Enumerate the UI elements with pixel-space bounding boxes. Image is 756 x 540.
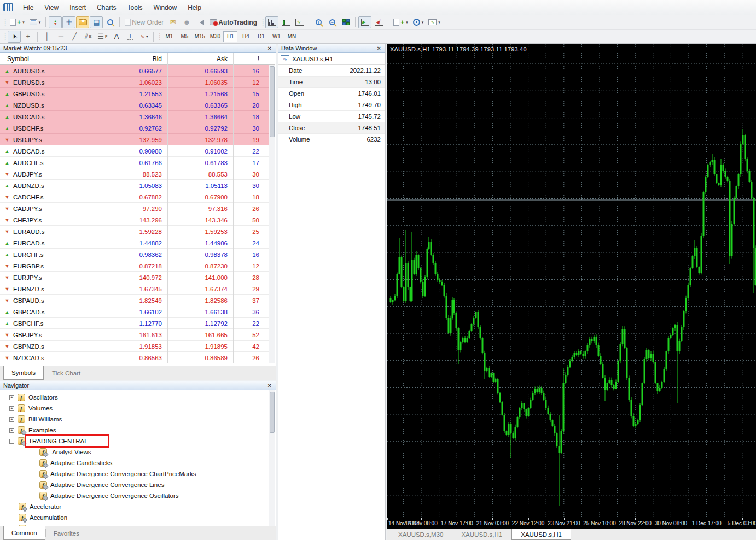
column-header-spread[interactable]: ! xyxy=(234,53,265,65)
tile-windows-button[interactable] xyxy=(339,16,352,28)
toolbar-grip[interactable]: ┊ xyxy=(3,19,6,26)
new-chart-button[interactable]: +▾ xyxy=(8,16,27,28)
market-watch-row[interactable]: ▼EURAUD.s1.592281.5925325 xyxy=(0,226,275,237)
navigator-item-adaptive-candlesticks[interactable]: fAdaptive Candlesticks xyxy=(0,457,275,468)
zoom-in-button[interactable]: + xyxy=(312,16,325,28)
timeframe-m1-button[interactable]: M1 xyxy=(162,31,176,42)
market-watch-row[interactable]: ▲NZDUSD.s0.633450.6336520 xyxy=(0,99,275,111)
navigator-item-accumulation[interactable]: fAccumulation xyxy=(0,512,275,523)
chevron-down-icon[interactable]: ▾ xyxy=(438,20,440,25)
experts-button[interactable]: ☻ xyxy=(180,16,193,28)
timeframe-m5-button[interactable]: M5 xyxy=(177,31,191,42)
navigator-item-bill-williams[interactable]: +fBill Williams xyxy=(0,414,275,425)
market-watch-row[interactable]: ▼CADJPY.s97.29097.31626 xyxy=(0,203,275,214)
scrollbar-thumb[interactable] xyxy=(270,392,275,433)
column-header-symbol[interactable]: Symbol xyxy=(0,53,101,65)
market-watch-row[interactable]: ▲AUDNZD.s1.050831.0511330 xyxy=(0,180,275,191)
navigator-item-adaptive-divergence-convergence-lines[interactable]: fAdaptive Divergence Convergence Lines xyxy=(0,479,275,490)
menu-item-window[interactable]: Window xyxy=(148,2,183,14)
zoom-out-button[interactable]: − xyxy=(325,16,339,28)
expand-plus-icon[interactable]: + xyxy=(9,428,14,433)
market-watch-toggle-button[interactable]: ▲▼ xyxy=(49,16,62,28)
auto-scroll-button[interactable]: ▶ xyxy=(358,16,371,28)
vertical-line-tool-button[interactable]: │ xyxy=(40,31,54,43)
market-watch-row[interactable]: ▲EURCHF.s0.983620.9837816 xyxy=(0,249,275,260)
close-icon[interactable]: × xyxy=(376,45,382,51)
menu-item-help[interactable]: Help xyxy=(182,2,207,14)
market-watch-row[interactable]: ▼EURGBP.s0.872180.8723012 xyxy=(0,260,275,272)
market-watch-row[interactable]: ▲USDCAD.s1.366461.3666418 xyxy=(0,111,275,122)
navigator-item-accelerator[interactable]: fAccelerator xyxy=(0,501,275,512)
autotrading-button[interactable]: AutoTrading xyxy=(207,16,259,28)
chart-tab-xauusd-s-h1[interactable]: XAUUSD.s,H1 xyxy=(511,529,571,540)
navigator-titlebar[interactable]: Navigator × xyxy=(0,381,276,390)
navigator-toggle-button[interactable] xyxy=(76,16,89,28)
market-watch-scrollbar[interactable] xyxy=(269,65,275,363)
menu-item-file[interactable]: File xyxy=(18,2,39,14)
menu-item-charts[interactable]: Charts xyxy=(91,2,121,14)
market-watch-row[interactable]: ▲EURCAD.s1.448821.4490624 xyxy=(0,237,275,249)
periods-button[interactable]: ▾ xyxy=(411,16,426,28)
chart-tab-xauusd-s-m30[interactable]: XAUUSD.s,M30 xyxy=(389,529,452,540)
close-icon[interactable]: × xyxy=(267,45,272,51)
tab-symbols[interactable]: Symbols xyxy=(3,366,44,380)
horizontal-line-tool-button[interactable]: ─ xyxy=(54,31,67,43)
data-window-titlebar[interactable]: Data Window × xyxy=(278,44,385,53)
profiles-button[interactable]: ▾ xyxy=(27,16,43,28)
label-tool-button[interactable]: T xyxy=(124,31,137,43)
timeframe-h4-button[interactable]: H4 xyxy=(239,31,253,42)
market-watch-row[interactable]: ▼GBPNZD.s1.918531.9189542 xyxy=(0,341,275,352)
scrollbar-thumb[interactable] xyxy=(270,66,275,137)
terminal-toggle-button[interactable]: ▤ xyxy=(90,16,103,28)
chevron-down-icon[interactable]: ▾ xyxy=(406,20,408,25)
market-watch-row[interactable]: ▲USDCHF.s0.927620.9279230 xyxy=(0,122,275,134)
market-watch-row[interactable]: ▼CADCHF.s0.678820.6790018 xyxy=(0,191,275,203)
timeframe-d1-button[interactable]: D1 xyxy=(254,31,268,42)
candlestick-chart-button[interactable] xyxy=(279,16,292,28)
market-watch-row[interactable]: ▼AUDJPY.s88.52388.55330 xyxy=(0,168,275,180)
strategy-tester-button[interactable] xyxy=(103,16,117,28)
close-icon[interactable]: × xyxy=(267,382,272,389)
toolbar-grip[interactable]: ┊ xyxy=(261,19,264,26)
indicators-button[interactable]: +▾ xyxy=(391,16,410,28)
navigator-item-oscillators[interactable]: +fOscillators xyxy=(0,392,275,403)
data-window-toggle-button[interactable]: ✛ xyxy=(62,16,75,28)
market-watch-row[interactable]: ▼CHFJPY.s143.296143.34650 xyxy=(0,214,275,226)
time-axis[interactable]: 14 Nov 202216 Nov 08:0017 Nov 17:0021 No… xyxy=(387,518,756,529)
bar-chart-button[interactable] xyxy=(265,16,278,28)
market-watch-row[interactable]: ▼EURJPY.s140.972141.00028 xyxy=(0,272,275,283)
timeframe-m30-button[interactable]: M30 xyxy=(208,31,222,42)
menu-item-tools[interactable]: Tools xyxy=(122,2,148,14)
menu-item-insert[interactable]: Insert xyxy=(64,2,91,14)
navigator-item-analyst-views[interactable]: f.Analyst Views xyxy=(0,447,275,457)
market-watch-titlebar[interactable]: Market Watch: 09:15:23 × xyxy=(0,44,276,53)
toolbar-grip[interactable]: ┊ xyxy=(3,33,6,40)
timeframe-w1-button[interactable]: W1 xyxy=(269,31,283,42)
market-watch-row[interactable]: ▲AUDUSD.s0.665770.6659316 xyxy=(0,65,275,77)
market-watch-row[interactable]: ▲GBPUSD.s1.215531.2156815 xyxy=(0,88,275,99)
tab-common[interactable]: Common xyxy=(3,526,45,540)
market-watch-row[interactable]: ▲GBPCHF.s1.127701.1279222 xyxy=(0,318,275,329)
line-chart-button[interactable]: ∿ xyxy=(293,16,306,28)
chevron-down-icon[interactable]: ▾ xyxy=(39,20,41,25)
channel-tool-button[interactable]: ⫽E xyxy=(82,31,95,43)
menu-item-view[interactable]: View xyxy=(39,2,64,14)
market-watch-row[interactable]: ▲AUDCAD.s0.909800.9100222 xyxy=(0,145,275,157)
text-tool-button[interactable]: A xyxy=(110,31,123,43)
collapse-minus-icon[interactable]: - xyxy=(9,439,14,444)
timeframe-mn-button[interactable]: MN xyxy=(284,31,299,42)
mailbox-button[interactable]: ✉ xyxy=(166,16,179,28)
chevron-down-icon[interactable]: ▾ xyxy=(146,34,148,39)
chart-tab-xauusd-s-h1[interactable]: XAUUSD.s,H1 xyxy=(452,529,511,540)
toolbar-grip[interactable]: ┊ xyxy=(158,33,160,40)
market-watch-row[interactable]: ▼EURUSD.s1.060231.0603512 xyxy=(0,77,275,88)
chart-shift-button[interactable]: ◀▏ xyxy=(372,16,385,28)
tab-favorites[interactable]: Favorites xyxy=(46,526,87,540)
column-header-ask[interactable]: Ask xyxy=(168,53,234,65)
arrows-tool-button[interactable]: ⇘▾ xyxy=(137,31,150,43)
column-header-bid[interactable]: Bid xyxy=(101,53,168,65)
timeframe-h1-button[interactable]: H1 xyxy=(223,31,237,42)
market-watch-row[interactable]: ▲GBPCAD.s1.661021.6613836 xyxy=(0,306,275,318)
navigator-item-volumes[interactable]: +fVolumes xyxy=(0,403,275,414)
market-watch-row[interactable]: ▼EURNZD.s1.673451.6737429 xyxy=(0,283,275,295)
